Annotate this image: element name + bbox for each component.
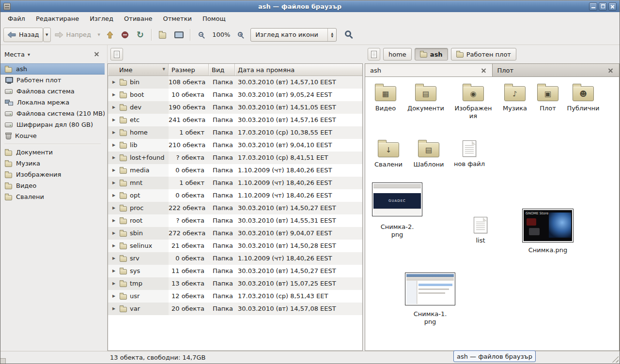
table-row[interactable]: etc 241 обекта Папка 30.03.2010 (вт) 14,… xyxy=(108,114,362,126)
sidebar-item-ash[interactable]: ash xyxy=(0,63,105,75)
forward-button[interactable]: Напред xyxy=(51,28,95,42)
search-button[interactable] xyxy=(341,28,358,42)
tab-close-icon[interactable] xyxy=(480,67,487,74)
menu-edit[interactable]: Редактиране xyxy=(31,12,84,25)
breadcrumb-ash[interactable]: ash xyxy=(415,48,448,61)
sidebar-item-pictures[interactable]: Изображения xyxy=(0,169,105,180)
table-row[interactable]: usr 12 обекта Папка 17.03.2010 (ср) 8,51… xyxy=(108,290,362,303)
table-row[interactable]: sys 11 обекта Папка 30.03.2010 (вт) 14,5… xyxy=(108,265,362,277)
expander-icon[interactable] xyxy=(111,152,117,164)
forward-history-dropdown[interactable] xyxy=(95,28,103,42)
expander-icon[interactable] xyxy=(111,202,117,214)
sidebar-item-music[interactable]: Музика xyxy=(0,158,105,169)
table-row[interactable]: proc 222 обекта Папка 30.03.2010 (вт) 14… xyxy=(108,202,362,214)
sidebar-item-encrypted-volume[interactable]: Шифриран дял (80 GB) xyxy=(0,119,105,130)
titlebar[interactable]: ash — файлов браузър xyxy=(0,0,620,12)
location-toggle-button[interactable] xyxy=(368,48,380,61)
sidebar-item-trash[interactable]: Кошче xyxy=(0,130,105,141)
menu-bookmarks[interactable]: Отметки xyxy=(157,12,197,25)
sidebar-item-desktop[interactable]: Работен плот xyxy=(0,75,105,86)
file-icon-snimka2[interactable]: GUADEC Снимка-2. png xyxy=(372,182,422,238)
expander-icon[interactable] xyxy=(111,139,117,152)
table-row[interactable]: boot 10 обекта Папка 30.03.2010 (вт) 9,0… xyxy=(108,89,362,101)
expander-icon[interactable] xyxy=(111,76,117,89)
zoom-out-button[interactable]: − xyxy=(194,28,209,42)
sidebar-item-network[interactable]: Локална мрежа xyxy=(0,97,105,108)
reload-button[interactable] xyxy=(133,28,148,42)
resize-grip[interactable] xyxy=(612,356,619,363)
table-row[interactable]: lib 210 обекта Папка 30.03.2010 (вт) 9,0… xyxy=(108,139,362,152)
breadcrumb-home[interactable]: home xyxy=(383,48,412,61)
table-row[interactable]: srv 0 обекта Папка 1.10.2009 (чт) 18,40,… xyxy=(108,252,362,265)
column-header-date[interactable]: Дата на промяна xyxy=(235,64,362,76)
expander-icon[interactable] xyxy=(111,303,117,315)
tab-desktop[interactable]: Плот xyxy=(493,63,620,76)
expander-icon[interactable] xyxy=(111,189,117,202)
table-row[interactable]: sbin 272 обекта Папка 30.03.2010 (вт) 9,… xyxy=(108,227,362,240)
table-row[interactable]: root ? обекта Папка 30.03.2010 (вт) 14,5… xyxy=(108,214,362,227)
expander-icon[interactable] xyxy=(111,277,117,290)
column-header-name[interactable]: Име xyxy=(108,64,169,76)
table-row[interactable]: var 20 обекта Папка 30.03.2010 (вт) 14,5… xyxy=(108,303,362,315)
view-mode-select[interactable]: Изглед като икони xyxy=(250,28,337,42)
expander-icon[interactable] xyxy=(111,214,117,227)
table-row[interactable]: selinux 21 обекта Папка 30.03.2010 (вт) … xyxy=(108,240,362,252)
menu-go[interactable]: Отиване xyxy=(119,12,157,25)
sidebar-item-documents[interactable]: Документи xyxy=(0,147,105,158)
file-icon-downloads[interactable]: ↓ Свалени xyxy=(368,139,409,168)
location-toggle-button[interactable] xyxy=(110,48,123,61)
sidebar-close-button[interactable] xyxy=(93,50,101,58)
column-header-size[interactable]: Размер xyxy=(169,64,209,76)
expander-icon[interactable] xyxy=(111,114,117,126)
tab-ash[interactable]: ash xyxy=(365,63,493,76)
file-icon-documents[interactable]: ▤ Документи xyxy=(405,83,446,112)
stop-button[interactable] xyxy=(117,28,133,42)
table-row[interactable]: lost+found ? обекта Папка 17.03.2010 (ср… xyxy=(108,152,362,164)
tab-close-icon[interactable] xyxy=(607,67,614,74)
computer-button[interactable] xyxy=(170,28,186,42)
expander-icon[interactable] xyxy=(111,89,117,101)
expander-icon[interactable] xyxy=(111,265,117,277)
expander-icon[interactable] xyxy=(111,101,117,114)
taskbar-window-button[interactable]: ash — файлов браузър xyxy=(453,350,536,362)
menu-view[interactable]: Изглед xyxy=(84,12,119,25)
icon-view[interactable]: ▦ Видео ▤ Документи ◉ Изображен ия ♪ Муз… xyxy=(365,76,620,351)
sidebar-item-filesystem-210mb[interactable]: Файлова система (210 MB) xyxy=(0,108,105,119)
file-icon-video[interactable]: ▦ Видео xyxy=(365,83,406,112)
maximize-button[interactable] xyxy=(599,2,607,11)
expander-icon[interactable] xyxy=(111,126,117,139)
expander-icon[interactable] xyxy=(111,164,117,177)
zoom-in-button[interactable]: + xyxy=(233,28,248,42)
file-icon-templates[interactable]: ▤ Шаблони xyxy=(408,139,449,168)
sidebar-pane-selector[interactable]: Места xyxy=(4,51,30,58)
menu-help[interactable]: Помощ xyxy=(197,12,231,25)
expander-icon[interactable] xyxy=(111,290,117,303)
sidebar-item-filesystem[interactable]: Файлова система xyxy=(0,86,105,97)
table-row[interactable]: home 1 обект Папка 17.03.2010 (ср) 10,38… xyxy=(108,126,362,139)
file-icon-public[interactable]: ☻ Публични xyxy=(563,83,604,112)
file-icon-snimka[interactable]: GNOME Store Снимка.png xyxy=(521,209,574,254)
home-button[interactable] xyxy=(155,28,170,42)
expander-icon[interactable] xyxy=(111,252,117,265)
back-history-dropdown[interactable] xyxy=(43,28,51,42)
up-button[interactable] xyxy=(103,28,117,42)
table-row[interactable]: opt 0 обекта Папка 1.10.2009 (чт) 18,40,… xyxy=(108,189,362,202)
breadcrumb-desktop[interactable]: Работен плот xyxy=(451,48,516,61)
file-icon-list[interactable]: list xyxy=(460,215,501,244)
table-row[interactable]: dev 190 обекта Папка 30.03.2010 (вт) 14,… xyxy=(108,101,362,114)
view-mode-spinner-icon[interactable] xyxy=(327,29,336,41)
table-row[interactable]: tmp 13 обекта Папка 30.03.2010 (вт) 15,0… xyxy=(108,277,362,290)
minimize-button[interactable] xyxy=(589,2,597,11)
back-button[interactable]: Назад xyxy=(3,28,43,42)
expander-icon[interactable] xyxy=(111,240,117,252)
menu-file[interactable]: Файл xyxy=(2,12,31,25)
file-icon-pictures[interactable]: ◉ Изображен ия xyxy=(453,83,494,120)
table-row[interactable]: mnt 1 обект Папка 1.10.2009 (чт) 18,40,2… xyxy=(108,177,362,189)
expander-icon[interactable] xyxy=(111,227,117,240)
expander-icon[interactable] xyxy=(111,177,117,189)
panel-edge[interactable] xyxy=(0,358,6,364)
file-icon-snimka1[interactable]: Снимка-1. png xyxy=(405,273,455,325)
sidebar-item-downloads[interactable]: Свалени xyxy=(0,191,105,202)
close-button[interactable] xyxy=(608,2,617,11)
file-icon-desktop-folder[interactable]: ▣ Плот xyxy=(527,83,568,112)
